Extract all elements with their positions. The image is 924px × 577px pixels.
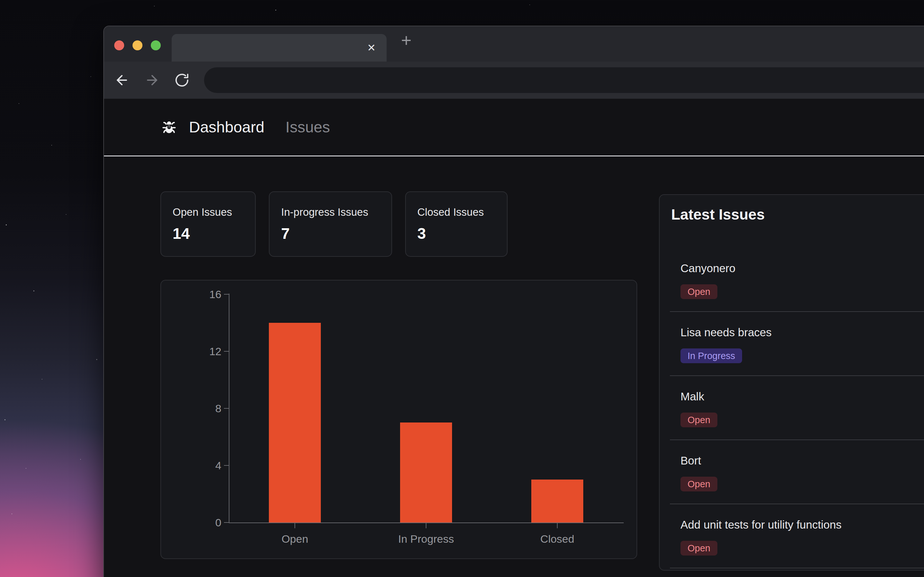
reload-button[interactable] — [174, 73, 190, 88]
x-tick — [426, 523, 426, 528]
reload-icon — [174, 73, 190, 88]
issues-chart-card: 1612840OpenIn ProgressClosed — [160, 280, 637, 559]
star — [33, 290, 34, 292]
stat-value: 14 — [173, 225, 232, 242]
star — [66, 214, 66, 215]
address-bar[interactable] — [204, 67, 924, 93]
stat-label: Closed Issues — [417, 206, 484, 218]
y-axis-line — [229, 293, 229, 523]
window-minimize-button[interactable] — [132, 40, 142, 50]
star — [96, 359, 97, 360]
y-tick-label: 12 — [183, 345, 221, 358]
tab-strip: ✕ + — [104, 26, 924, 61]
browser-window: ✕ + — [103, 26, 924, 577]
y-tick-label: 16 — [183, 288, 221, 300]
window-close-button[interactable] — [114, 40, 124, 50]
page-content: Dashboard Issues Open Issues14In-progres… — [104, 99, 924, 577]
bar-in-progress — [400, 422, 452, 522]
issue-row[interactable]: BortOpen — [670, 440, 924, 504]
y-tick-label: 8 — [183, 402, 221, 414]
star — [90, 76, 91, 77]
y-tick — [224, 522, 229, 523]
bar-chart: 1612840OpenIn ProgressClosed — [161, 280, 636, 558]
x-tick-label: Open — [228, 533, 362, 545]
window-zoom-button[interactable] — [151, 40, 161, 50]
star — [26, 468, 26, 469]
y-tick — [224, 351, 229, 351]
stat-card: Closed Issues3 — [405, 191, 507, 257]
bug-icon — [161, 119, 178, 135]
star — [19, 103, 19, 104]
issue-row[interactable]: MalkOpen — [670, 376, 924, 440]
status-badge: Open — [680, 477, 717, 492]
stat-value: 7 — [281, 225, 368, 242]
arrow-left-icon — [114, 73, 129, 88]
y-tick-label: 0 — [183, 516, 221, 529]
star — [6, 224, 7, 226]
arrow-right-icon — [144, 73, 160, 88]
stat-value: 3 — [417, 225, 484, 242]
status-badge: Open — [680, 541, 717, 556]
y-tick — [224, 465, 229, 466]
star — [275, 10, 276, 11]
y-tick — [224, 408, 229, 409]
bar-open — [269, 323, 321, 522]
nav-item-dashboard[interactable]: Dashboard — [189, 118, 264, 136]
issue-row[interactable]: Lisa needs bracesIn Progress — [670, 312, 924, 376]
star — [529, 5, 530, 5]
app-navbar: Dashboard Issues — [104, 99, 924, 156]
issue-row[interactable]: CanyoneroOpen — [670, 248, 924, 312]
x-tick-label: In Progress — [359, 533, 493, 545]
x-tick — [557, 523, 557, 528]
x-tick-label: Closed — [490, 533, 625, 545]
issue-title: Malk — [680, 390, 704, 403]
back-button[interactable] — [114, 73, 129, 88]
x-tick — [294, 523, 295, 528]
issue-title: Add unit tests for utility functions — [680, 518, 842, 531]
star — [5, 419, 5, 420]
issue-title: Lisa needs braces — [680, 326, 772, 339]
y-tick-label: 4 — [183, 459, 221, 472]
forward-button[interactable] — [144, 73, 160, 88]
star — [154, 6, 155, 6]
latest-issues-panel: Latest Issues CanyoneroOpenLisa needs br… — [659, 194, 924, 571]
star — [80, 459, 81, 460]
status-badge: Open — [680, 284, 717, 299]
browser-tab[interactable]: ✕ — [172, 34, 387, 61]
stat-card: Open Issues14 — [160, 191, 256, 257]
new-tab-button[interactable]: + — [398, 31, 415, 49]
stat-label: Open Issues — [173, 206, 232, 218]
issue-row[interactable]: Add unit tests for utility functionsOpen — [670, 504, 924, 568]
stat-label: In-progress Issues — [281, 206, 368, 218]
status-badge: Open — [680, 413, 717, 427]
issue-title: Canyonero — [680, 262, 735, 275]
y-tick — [224, 294, 229, 295]
panel-title: Latest Issues — [671, 206, 764, 223]
browser-toolbar — [104, 61, 924, 99]
status-badge: In Progress — [680, 348, 742, 363]
star — [11, 514, 12, 514]
star — [42, 379, 42, 380]
star — [51, 145, 52, 145]
bar-closed — [531, 480, 583, 522]
stat-card: In-progress Issues7 — [269, 191, 392, 257]
stats-row: Open Issues14In-progress Issues7Closed I… — [160, 191, 507, 257]
issue-title: Bort — [680, 454, 701, 467]
issues-list: CanyoneroOpenLisa needs bracesIn Progres… — [670, 248, 924, 568]
tab-close-button[interactable]: ✕ — [366, 41, 377, 54]
nav-item-issues[interactable]: Issues — [286, 118, 330, 136]
